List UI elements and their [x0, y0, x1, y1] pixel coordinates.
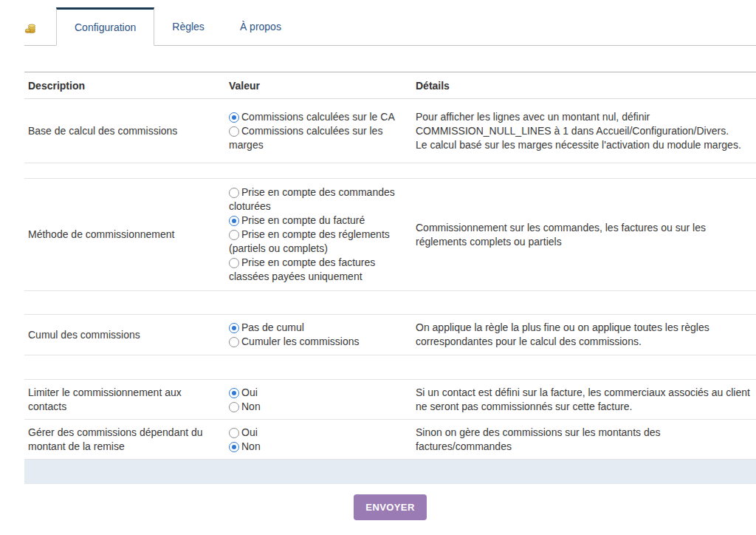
radio-label: Prise en compte des factures classées pa… [229, 256, 375, 282]
radio-option[interactable]: Prise en compte des commandes cloturées [229, 185, 408, 214]
radio-option[interactable]: Non [229, 440, 408, 454]
config-row: Limiter le commissionnement aux contacts… [24, 380, 756, 420]
radio-option[interactable]: Prise en compte des factures classées pa… [229, 256, 408, 284]
radio-option[interactable]: Oui [229, 426, 408, 440]
row-description: Limiter le commissionnement aux contacts [24, 380, 225, 420]
radio-label: Commissions calculées sur les marges [229, 125, 382, 151]
radio-label: Non [241, 440, 261, 452]
spacer-row [24, 163, 756, 179]
config-table: Description Valeur Détails Base de calcu… [24, 72, 756, 484]
row-value: Commissions calculées sur le CACommissio… [225, 99, 412, 163]
radio-button-icon[interactable] [229, 188, 239, 198]
config-row: Base de calcul des commissionsCommission… [24, 99, 756, 163]
radio-label: Prise en compte des commandes cloturées [229, 186, 395, 212]
config-row: Cumul des commissionsPas de cumulCumuler… [24, 315, 756, 355]
radio-option[interactable]: Non [229, 400, 408, 414]
row-details: Si un contact est défini sur la facture,… [412, 380, 756, 420]
row-description: Base de calcul des commissions [24, 99, 225, 163]
radio-option[interactable]: Pas de cumul [229, 321, 408, 335]
footer-actions: ENVOYER [24, 484, 756, 520]
row-details: Pour afficher les lignes avec un montant… [412, 99, 756, 163]
radio-button-icon[interactable] [229, 126, 239, 137]
radio-option[interactable]: Cumuler les commissions [229, 335, 408, 349]
row-value: OuiNon [225, 420, 412, 460]
spacer-row [24, 355, 756, 380]
radio-button-icon[interactable] [229, 428, 239, 438]
column-header-details: Détails [412, 72, 756, 99]
radio-option[interactable]: Commissions calculées sur les marges [229, 124, 408, 152]
table-footer-band [24, 460, 756, 484]
config-row: Méthode de commissionnementPrise en comp… [24, 179, 756, 291]
radio-button-icon[interactable] [229, 323, 239, 333]
config-table-body: Base de calcul des commissionsCommission… [24, 99, 756, 484]
row-details: Commissionnement sur les commandes, les … [412, 179, 756, 291]
radio-button-icon[interactable] [229, 112, 239, 123]
row-value: Pas de cumulCumuler les commissions [225, 315, 412, 355]
radio-label: Non [241, 401, 261, 412]
radio-label: Commissions calculées sur le CA [241, 111, 395, 123]
submit-button[interactable]: ENVOYER [354, 494, 426, 520]
radio-label: Oui [241, 426, 258, 438]
radio-button-icon[interactable] [229, 258, 239, 268]
tab-a-propos[interactable]: À propos [222, 7, 299, 45]
radio-label: Pas de cumul [241, 321, 304, 333]
column-header-valeur: Valeur [225, 72, 412, 99]
table-header-row: Description Valeur Détails [24, 72, 756, 99]
radio-option[interactable]: Prise en compte du facturé [229, 214, 408, 228]
radio-option[interactable]: Prise en compte des réglements (partiels… [229, 228, 408, 256]
column-header-description: Description [24, 72, 225, 99]
row-description: Gérer des commissions dépendant du monta… [24, 420, 225, 460]
row-value: OuiNon [225, 380, 412, 420]
radio-option[interactable]: Oui [229, 386, 408, 400]
spacer-row [24, 291, 756, 315]
radio-label: Prise en compte du facturé [241, 214, 365, 226]
tab-configuration[interactable]: Configuration [56, 7, 154, 46]
row-description: Cumul des commissions [24, 315, 225, 355]
radio-button-icon[interactable] [229, 402, 239, 412]
row-description: Méthode de commissionnement [24, 179, 225, 291]
row-details: On applique la règle la plus fine ou on … [412, 315, 756, 355]
radio-button-icon[interactable] [229, 442, 239, 452]
radio-label: Prise en compte des réglements (partiels… [229, 228, 390, 254]
tab-regles[interactable]: Règles [154, 7, 222, 45]
radio-label: Oui [241, 386, 258, 398]
radio-option[interactable]: Commissions calculées sur le CA [229, 110, 408, 124]
tab-bar: ConfigurationRèglesÀ propos [24, 7, 756, 46]
radio-button-icon[interactable] [229, 216, 239, 226]
configuration-panel: Description Valeur Détails Base de calcu… [24, 72, 756, 484]
row-value: Prise en compte des commandes cloturéesP… [225, 179, 412, 291]
radio-button-icon[interactable] [229, 388, 239, 398]
radio-label: Cumuler les commissions [241, 335, 359, 347]
row-details: Sinon on gère des commissions sur les mo… [412, 420, 756, 460]
radio-button-icon[interactable] [229, 337, 239, 347]
coins-icon [24, 22, 36, 34]
radio-button-icon[interactable] [229, 230, 239, 240]
config-row: Gérer des commissions dépendant du monta… [24, 420, 756, 460]
